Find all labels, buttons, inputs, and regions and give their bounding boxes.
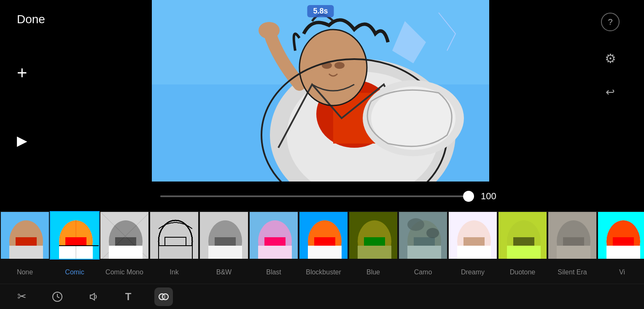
svg-rect-60 [457,246,491,260]
filter-item-blue[interactable] [348,211,398,264]
svg-rect-49 [358,246,391,260]
filter-strip: None Comic Comic Mono Ink B&W Blast Bloc… [0,211,644,287]
slider-fill [160,195,474,197]
filter-label-blue: Blue [348,267,398,278]
svg-rect-31 [159,246,192,260]
filter-thumb-none [0,211,50,260]
filter-thumb-comic-mono [100,211,149,260]
bottom-toolbar: ✂ T [0,284,644,309]
svg-rect-53 [407,246,441,260]
svg-rect-74 [606,246,640,260]
done-button[interactable]: Done [17,13,135,26]
filter-item-vivid[interactable] [597,211,644,264]
text-tool-button[interactable]: T [119,287,137,306]
left-sidebar: Done + ▶ [0,0,152,211]
svg-rect-65 [507,246,541,260]
svg-rect-40 [258,246,292,260]
app-container: Done + ▶ [0,0,644,309]
filter-thumbnails [0,211,644,264]
svg-rect-44 [308,246,342,260]
filter-thumb-blue [348,211,398,260]
scissors-icon: ✂ [17,290,27,303]
svg-rect-27 [109,246,143,260]
help-icon: ? [608,17,612,27]
video-frame [152,0,489,182]
filter-item-silent-era[interactable] [547,211,597,264]
filter-label-dreamy: Dreamy [448,267,498,278]
filter-thumb-blockbuster [299,211,348,260]
undo-icon: ↩ [606,86,615,98]
add-button[interactable]: + [17,64,135,82]
filter-item-none[interactable] [0,211,50,264]
filter-label-blast: Blast [249,267,299,278]
filter-label-blockbuster: Blockbuster [299,267,348,278]
filter-item-comic[interactable] [50,211,100,264]
slider-track[interactable] [160,195,474,197]
settings-button[interactable]: ⚙ [605,52,616,65]
timestamp-badge: 5.8s [307,5,334,17]
filter-thumb-blast [249,211,299,260]
slider-area: 100 [152,186,515,207]
filter-thumb-bw [199,211,249,260]
audio-tool-button[interactable] [84,287,102,306]
filter-thumb-vivid [597,211,644,260]
filter-item-blast[interactable] [249,211,299,264]
filter-item-dreamy[interactable] [448,211,498,264]
filter-label-bw: B&W [199,267,249,278]
svg-rect-35 [208,246,242,260]
filter-labels: None Comic Comic Mono Ink B&W Blast Bloc… [0,264,644,281]
svg-point-10 [259,22,280,39]
speed-icon [51,291,63,303]
filter-label-duotone: Duotone [498,267,547,278]
filter-item-camo[interactable] [398,211,448,264]
gear-icon: ⚙ [605,52,616,65]
filter-label-camo: Camo [398,267,448,278]
slider-thumb[interactable] [463,191,474,202]
filter-item-bw[interactable] [199,211,249,264]
filter-label-comic-mono: Comic Mono [100,267,149,278]
filter-thumb-duotone [498,211,547,260]
filter-label-none: None [0,267,50,278]
filter-thumb-silent-era [547,211,597,260]
filter-thumb-dreamy [448,211,498,260]
svg-rect-70 [548,212,597,260]
audio-icon [87,291,99,303]
filter-item-comic-mono[interactable] [100,211,149,264]
speed-tool-button[interactable] [48,287,67,306]
help-button[interactable]: ? [601,13,620,31]
svg-point-55 [426,228,439,238]
filter-item-duotone[interactable] [498,211,547,264]
filter-thumb-comic [50,211,100,260]
filters-icon [158,291,170,303]
filter-label-ink: Ink [149,267,199,278]
filter-label-comic: Comic [50,267,100,278]
svg-point-54 [407,218,424,231]
video-preview: 5.8s [152,0,489,182]
filter-item-ink[interactable] [149,211,199,264]
play-button[interactable]: ▶ [17,133,135,149]
svg-point-9 [334,62,345,69]
svg-rect-18 [9,246,43,260]
filters-tool-button[interactable] [154,287,173,306]
cut-tool-button[interactable]: ✂ [13,287,31,306]
text-icon: T [125,291,132,303]
svg-point-77 [162,294,168,300]
filter-label-silent-era: Silent Era [547,267,597,278]
filter-thumb-camo [398,211,448,260]
right-sidebar: ? ⚙ ↩ [577,0,644,211]
filter-thumb-ink [149,211,199,260]
filter-label-vivid: Vi [597,267,644,278]
filter-item-blockbuster[interactable] [299,211,348,264]
slider-value: 100 [481,191,506,202]
undo-button[interactable]: ↩ [606,86,615,98]
